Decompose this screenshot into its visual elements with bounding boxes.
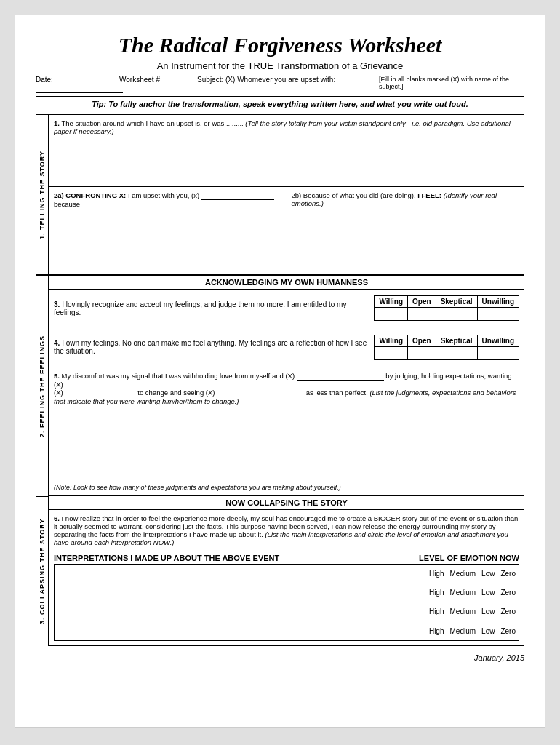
level-low-1[interactable]: Low [481, 570, 495, 578]
header-right: [Fill in all blanks marked (X) with name… [379, 76, 524, 93]
item5-blank2[interactable] [63, 389, 136, 397]
item3-main: I lovingly recognize and accept my feeli… [54, 300, 346, 316]
item5-number: 5. [54, 372, 60, 380]
emotion-levels-4: High Medium Low Zero [362, 627, 519, 635]
subject-label: Subject: (X) Whomever you are upset with… [197, 76, 335, 84]
level-high-2[interactable]: High [429, 589, 444, 597]
interp-text-4[interactable] [55, 627, 362, 634]
item5-text4: as less than perfect. [306, 389, 368, 397]
item5-writing-area[interactable] [54, 411, 519, 455]
radio-cell-unwilling[interactable] [477, 308, 519, 321]
item6-text: 6. I now realize that in order to feel t… [54, 514, 519, 546]
item6-number: 6. [54, 514, 60, 522]
radio4-cell-unwilling[interactable] [477, 346, 519, 359]
item5-blank3[interactable] [217, 389, 304, 397]
level-zero-3[interactable]: Zero [500, 607, 516, 615]
emotion-levels-2: High Medium Low Zero [362, 589, 519, 597]
section1-wrapper: 1. TELLING THE STORY 1. The situation ar… [36, 114, 524, 275]
emotion-levels-3: High Medium Low Zero [362, 607, 519, 615]
item4-text: 4. I own my feelings. No one can make me… [54, 339, 368, 355]
interp-text-1[interactable] [55, 570, 362, 578]
interp-row-2: High Medium Low Zero [55, 583, 519, 602]
radio4-header-unwilling: Unwilling [477, 335, 519, 346]
interp-header: INTERPRETATIONS I MADE UP ABOUT THE ABOV… [54, 554, 364, 562]
section2-side-label: 2. FEELING THE FEELINGS [36, 275, 49, 496]
item4-number: 4. [54, 339, 60, 347]
emotion-header: LEVEL OF EMOTION NOW [364, 554, 519, 562]
level-medium-3[interactable]: Medium [450, 607, 476, 615]
item5-note: (Note: Look to see how many of these jud… [54, 484, 519, 491]
section1-content: 1. The situation around which I have an … [49, 114, 524, 275]
section2-wrapper: 2. FEELING THE FEELINGS ACKNOWLEDGING MY… [36, 275, 524, 496]
item1-main: The situation around which I have an ups… [61, 119, 243, 127]
item2a-label: 2a) CONFRONTING X: [54, 191, 126, 199]
interp-text-3[interactable] [55, 608, 362, 615]
section2-content: ACKNOWLEDGING MY OWN HUMANNESS 3. I lovi… [49, 275, 524, 496]
level-medium-4[interactable]: Medium [450, 627, 476, 635]
item3-number: 3. [54, 300, 60, 308]
item2a-text: 2a) CONFRONTING X: I am upset with you, … [54, 191, 282, 208]
level-low-2[interactable]: Low [481, 589, 495, 597]
interp-row-3: High Medium Low Zero [55, 602, 519, 621]
interp-row-1: High Medium Low Zero [55, 565, 519, 583]
radio-cell-skeptical[interactable] [436, 308, 477, 321]
interp-header-row: INTERPRETATIONS I MADE UP ABOUT THE ABOV… [54, 554, 519, 562]
worksheet-blank[interactable] [162, 76, 191, 84]
item3-text: 3. I lovingly recognize and accept my fe… [54, 300, 368, 316]
item2b-block: 2b) Because of what you did (are doing),… [287, 187, 524, 274]
item4-radio-table: Willing Open Skeptical Unwilling [374, 335, 519, 360]
emotion-levels-1: High Medium Low Zero [362, 570, 519, 578]
radio4-cell-willing[interactable] [375, 346, 408, 359]
radio4-header-willing: Willing [375, 335, 408, 346]
radio-header-open: Open [408, 296, 436, 308]
section1-side-label: 1. TELLING THE STORY [36, 114, 49, 275]
level-zero-1[interactable]: Zero [500, 570, 516, 578]
radio4-header-skeptical: Skeptical [436, 335, 477, 346]
header-info: Date: Worksheet # Subject: (X) Whomever … [36, 76, 524, 97]
interp-row-4: High Medium Low Zero [55, 621, 519, 640]
radio-header-skeptical: Skeptical [436, 296, 477, 308]
item2b-feel: I FEEL: [417, 191, 443, 199]
item1-number: 1. [54, 119, 60, 127]
worksheet-label: Worksheet # [119, 76, 160, 84]
item3-row: 3. I lovingly recognize and accept my fe… [49, 290, 524, 327]
level-high-3[interactable]: High [429, 607, 444, 615]
level-medium-1[interactable]: Medium [450, 570, 476, 578]
radio-header-unwilling: Unwilling [477, 296, 519, 308]
radio-header-willing: Willing [375, 296, 408, 308]
date-blank[interactable] [55, 76, 113, 84]
level-low-3[interactable]: Low [481, 607, 495, 615]
level-low-4[interactable]: Low [481, 627, 495, 635]
level-zero-4[interactable]: Zero [500, 627, 516, 635]
level-high-1[interactable]: High [429, 570, 444, 578]
item2b-text: 2b) Because of what you did (are doing),… [292, 191, 520, 207]
radio4-cell-skeptical[interactable] [436, 346, 477, 359]
item2a-main: I am upset with you, (x) [128, 191, 201, 199]
radio-cell-open[interactable] [408, 308, 436, 321]
level-high-4[interactable]: High [429, 627, 444, 635]
page: The Radical Forgiveness Worksheet An Ins… [15, 15, 545, 728]
item2a-because: because [54, 200, 80, 208]
interp-rows: High Medium Low Zero High Medium Low Zer [54, 564, 519, 641]
subject-blank[interactable] [36, 84, 123, 93]
item2a-blank[interactable] [201, 191, 274, 200]
level-medium-2[interactable]: Medium [450, 589, 476, 597]
radio-cell-willing[interactable] [375, 308, 408, 321]
now-collapsing-bar: NOW COLLAPSING THE STORY [49, 496, 524, 510]
radio4-cell-open[interactable] [408, 346, 436, 359]
item1-text: 1. The situation around which I have an … [54, 119, 519, 135]
item1-block: 1. The situation around which I have an … [49, 114, 524, 187]
main-title: The Radical Forgiveness Worksheet [36, 33, 524, 57]
item6-block: 6. I now realize that in order to feel t… [49, 510, 524, 646]
section3-side-label: 3. COLLAPSING THE STORY [36, 496, 49, 646]
item3-radio-table: Willing Open Skeptical Unwilling [374, 295, 519, 321]
item2-row: 2a) CONFRONTING X: I am upset with you, … [49, 187, 524, 275]
item4-row: 4. I own my feelings. No one can make me… [49, 327, 524, 367]
tip: Tip: To fully anchor the transformation,… [36, 100, 524, 108]
item2a-block: 2a) CONFRONTING X: I am upset with you, … [49, 187, 287, 274]
item5-text3: to change and seeing (X) [137, 389, 215, 397]
header-left: Date: Worksheet # Subject: (X) Whomever … [36, 76, 379, 93]
interp-text-2[interactable] [55, 589, 362, 597]
level-zero-2[interactable]: Zero [500, 589, 516, 597]
item5-blank1[interactable] [297, 372, 384, 381]
